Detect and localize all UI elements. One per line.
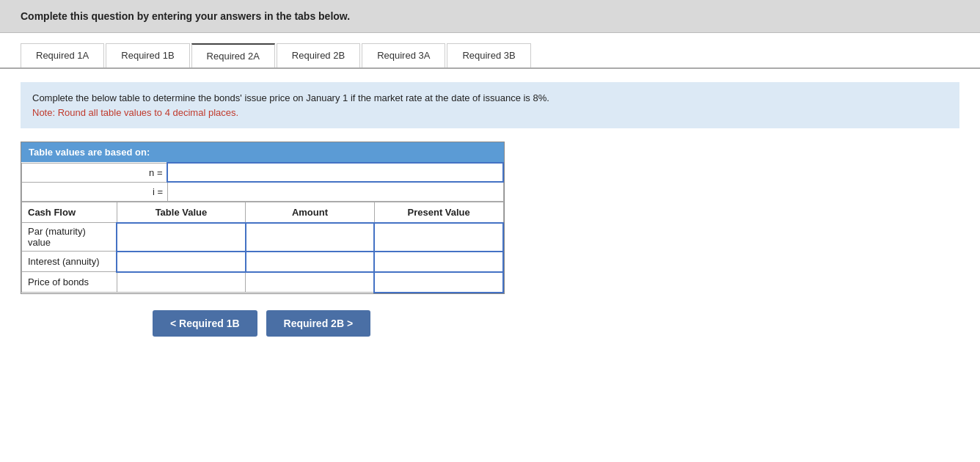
tab-required-1b[interactable]: Required 1B	[106, 43, 189, 67]
row1-table-value-cell[interactable]	[117, 223, 245, 252]
i-label: i =	[22, 182, 168, 201]
tab-required-2b[interactable]: Required 2B	[277, 43, 360, 67]
row2-present-value-input[interactable]	[375, 252, 502, 271]
col-header-table-value: Table Value	[117, 202, 245, 223]
tab-required-2a[interactable]: Required 2A	[191, 43, 275, 67]
row2-present-value-cell[interactable]	[374, 252, 503, 272]
row1-present-value-cell[interactable]	[374, 223, 503, 252]
data-table: Cash Flow Table Value Amount Present Val…	[21, 202, 504, 293]
blue-instruction-box: Complete the below table to determine th…	[21, 82, 959, 128]
table-values-header: Table values are based on:	[21, 142, 504, 162]
table-row: Interest (annuity)	[22, 252, 504, 272]
row1-present-value-input[interactable]	[375, 224, 502, 251]
n-input-cell[interactable]	[167, 163, 503, 182]
instruction-text: Complete this question by entering your …	[21, 10, 350, 22]
tabs-container: Required 1A Required 1B Required 2A Requ…	[0, 33, 980, 69]
prev-button[interactable]: < Required 1B	[153, 310, 257, 337]
row3-label: Price of bonds	[22, 272, 117, 293]
row1-table-value-input[interactable]	[117, 224, 244, 251]
table-row: Price of bonds	[22, 272, 504, 293]
table-section: Table values are based on: n = i =	[21, 142, 505, 294]
n-row: n =	[22, 163, 504, 182]
row2-table-value-cell[interactable]	[117, 252, 245, 272]
col-header-amount: Amount	[246, 202, 375, 223]
row2-amount-input[interactable]	[246, 252, 374, 271]
row3-present-value-input[interactable]	[375, 273, 502, 292]
data-table-header-row: Cash Flow Table Value Amount Present Val…	[22, 202, 504, 223]
i-input-cell[interactable]	[167, 182, 503, 201]
note-text: Note: Round all table values to 4 decima…	[32, 107, 238, 118]
row2-amount-cell[interactable]	[246, 252, 375, 272]
row3-table-value-cell	[117, 272, 245, 293]
nav-buttons: < Required 1B Required 2B >	[153, 310, 959, 337]
i-input[interactable]	[172, 185, 499, 199]
row2-table-value-input[interactable]	[117, 252, 244, 271]
row2-label: Interest (annuity)	[22, 252, 117, 272]
tab-required-1a[interactable]: Required 1A	[21, 43, 104, 67]
row1-amount-cell[interactable]	[246, 223, 375, 252]
tab-required-3b[interactable]: Required 3B	[447, 43, 530, 67]
row3-present-value-cell[interactable]	[374, 272, 503, 293]
ni-table: n = i =	[21, 162, 504, 202]
n-label: n =	[22, 163, 168, 182]
content-area: Complete the below table to determine th…	[0, 69, 980, 350]
row1-label: Par (maturity) value	[22, 223, 117, 252]
col-header-present-value: Present Value	[374, 202, 503, 223]
table-row: Par (maturity) value	[22, 223, 504, 252]
next-button[interactable]: Required 2B >	[266, 310, 371, 337]
row1-amount-input[interactable]	[246, 224, 374, 251]
tab-required-3a[interactable]: Required 3A	[362, 43, 445, 67]
page-wrapper: Complete this question by entering your …	[0, 0, 980, 462]
col-header-cash-flow: Cash Flow	[22, 202, 117, 223]
instruction-banner: Complete this question by entering your …	[0, 0, 980, 33]
main-instruction-text: Complete the below table to determine th…	[32, 92, 549, 103]
i-row: i =	[22, 182, 504, 201]
n-input[interactable]	[172, 166, 498, 179]
row3-amount-cell	[246, 272, 375, 293]
